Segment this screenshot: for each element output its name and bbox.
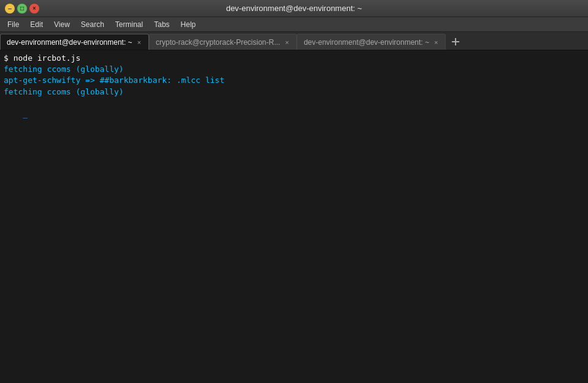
tab-2-close[interactable]: × [433, 39, 439, 46]
terminal-line-1: fetching ccoms (globally) [4, 64, 584, 75]
new-tab-button[interactable] [447, 34, 464, 50]
tab-0-label: dev-environment@dev-environment: ~ [7, 38, 132, 47]
tabbar: dev-environment@dev-environment: ~ × cry… [0, 32, 588, 50]
tab-2[interactable]: dev-environment@dev-environment: ~ × [297, 34, 446, 50]
menubar: File Edit View Search Terminal Tabs Help [0, 17, 588, 32]
tab-1-close[interactable]: × [284, 39, 290, 46]
menu-help[interactable]: Help [176, 19, 201, 30]
terminal-cursor-line: _ [4, 98, 584, 131]
menu-edit[interactable]: Edit [25, 19, 48, 30]
titlebar: – □ × dev-environment@dev-environment: ~ [0, 0, 588, 17]
menu-file[interactable]: File [2, 19, 24, 30]
terminal-area[interactable]: $ node ircbot.js fetching ccoms (globall… [0, 50, 588, 383]
close-button[interactable]: × [29, 4, 39, 14]
window-title: dev-environment@dev-environment: ~ [42, 4, 546, 13]
menu-terminal[interactable]: Terminal [110, 19, 148, 30]
tab-1-label: crypto-rack@cryptorack-Precision-R... [156, 38, 280, 47]
minimize-button[interactable]: – [5, 4, 15, 14]
menu-search[interactable]: Search [76, 19, 109, 30]
terminal-line-0: $ node ircbot.js [4, 53, 584, 64]
maximize-button[interactable]: □ [17, 4, 27, 14]
tab-0[interactable]: dev-environment@dev-environment: ~ × [0, 34, 149, 50]
tab-2-label: dev-environment@dev-environment: ~ [304, 38, 429, 47]
svg-rect-1 [452, 41, 459, 42]
tab-0-close[interactable]: × [136, 39, 142, 46]
menu-tabs[interactable]: Tabs [149, 19, 174, 30]
terminal-line-2: apt-get-schwifty => ##barkbarkbark: .mlc… [4, 75, 584, 86]
terminal-line-3: fetching ccoms (globally) [4, 87, 584, 98]
tab-1[interactable]: crypto-rack@cryptorack-Precision-R... × [149, 34, 297, 50]
terminal-prompt: _ [23, 109, 28, 118]
menu-view[interactable]: View [49, 19, 75, 30]
